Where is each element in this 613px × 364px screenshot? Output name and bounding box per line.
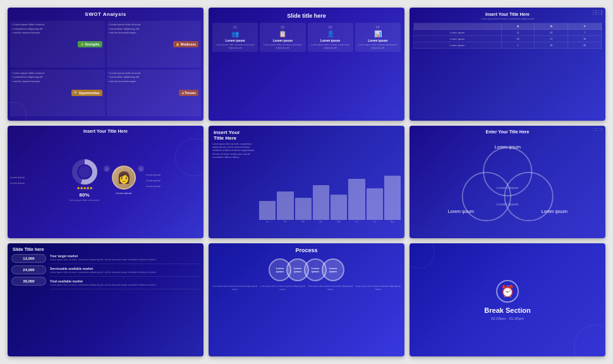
swot-grid: • Lorem ipsum dolor sit amet, • consecte… bbox=[8, 20, 203, 119]
pie-chart bbox=[72, 159, 97, 185]
person-image: 👩 bbox=[112, 166, 136, 190]
slide-grid: SWOT Analysis • Lorem ipsum dolor sit am… bbox=[0, 0, 613, 364]
swot-opportunities: • Lorem ipsum dolor sit amet, • consecte… bbox=[10, 70, 105, 116]
market-item-3: Total available market Lorem ipsum dolor… bbox=[50, 279, 200, 289]
proc-desc-1: Lorem ipsum dolor sit amet consectetur a… bbox=[212, 285, 258, 290]
bar-col: Feb bbox=[277, 191, 293, 223]
bar bbox=[384, 176, 401, 220]
proc-desc-2: Lorem ipsum dolor sit amet consectetur a… bbox=[260, 285, 306, 290]
svg-text:Lorem ipsum: Lorem ipsum bbox=[447, 210, 473, 215]
slide-1-title: SWOT Analysis bbox=[8, 8, 203, 20]
bar bbox=[331, 195, 347, 220]
slide-2-icons: Slide title here 01 👥 Lorem ipsum Lorem … bbox=[209, 8, 404, 121]
carousel-area: Lorem ipsum Lorem ipsum ★★★★★ 80% Lorem … bbox=[8, 135, 203, 226]
process-descriptions: Lorem ipsum dolor sit amet consectetur a… bbox=[209, 284, 404, 291]
table-header-0 bbox=[414, 23, 502, 30]
pct-label: Lorem ipsum dolor consectetur bbox=[69, 199, 99, 202]
bar bbox=[295, 198, 312, 220]
icon-card-3: 03 👤 Lorem ipsum Lorem ipsum dolor sit a… bbox=[308, 23, 353, 52]
bar-col: Jul bbox=[367, 188, 383, 223]
process-step-4: Loremipsum bbox=[322, 258, 344, 281]
table-row: Lorem ipsum 5 36 26 bbox=[414, 42, 602, 49]
slide-8-process: Process Loremipsum Loremipsum Loremipsum… bbox=[209, 243, 404, 356]
proc-desc-3: Lorem ipsum dolor sit amet consectetur a… bbox=[308, 285, 353, 290]
swot-strengths: • Lorem ipsum dolor sit amet, • consecte… bbox=[10, 21, 105, 68]
slide-8-title: Process bbox=[209, 243, 404, 256]
percentage: 80% bbox=[79, 192, 89, 198]
slide-1-swot: SWOT Analysis • Lorem ipsum dolor sit am… bbox=[8, 8, 203, 121]
slide-5-desc: Lorem ipsum dolor sit amet, consectetur … bbox=[212, 143, 257, 228]
market-item-1: Your target market Lorem ipsum dolor sit… bbox=[50, 254, 200, 264]
svg-point-2 bbox=[78, 166, 91, 178]
market-badge-3: 36,000 bbox=[11, 277, 46, 286]
bar bbox=[367, 188, 383, 220]
proc-desc-4: Lorem ipsum dolor sit amet consectetur a… bbox=[356, 285, 401, 290]
bar bbox=[313, 185, 329, 220]
icon-card-1: 01 👥 Lorem ipsum Lorem ipsum dolor sit a… bbox=[212, 23, 258, 52]
slide-4-title: Insert Your Title Here bbox=[8, 126, 203, 135]
person-icon: 👩 bbox=[117, 171, 131, 185]
slide-4-carousel: Insert Your Title Here Lorem ipsum Lorem… bbox=[8, 126, 203, 239]
svg-text:Lorem ipsum: Lorem ipsum bbox=[497, 203, 518, 207]
slide-5-title: Insert YourTitle Here bbox=[209, 126, 404, 143]
slide-9-break: ⏰ Break Section 02:00pm - 01:30pm bbox=[410, 243, 605, 356]
left-stats: Lorem ipsum Lorem ipsum bbox=[10, 176, 65, 185]
break-time: 02:00pm - 01:30pm bbox=[491, 317, 524, 320]
decorative-dots-venn bbox=[593, 128, 604, 131]
table-header-b: B bbox=[535, 23, 568, 30]
break-clock-icon: ⏰ bbox=[496, 280, 519, 303]
slide-5-barchart: Insert YourTitle Here Lorem ipsum dolor … bbox=[209, 126, 404, 239]
weakness-badge: ✋ Weakness bbox=[173, 41, 198, 47]
star-rating: ★★★★★ bbox=[76, 186, 92, 191]
slide-6-title: Enter Your Title Here bbox=[410, 126, 605, 136]
strengths-badge: ⚡ Strengths bbox=[78, 41, 102, 47]
decorative-dots bbox=[593, 10, 604, 15]
slide-7-market: Slide Title here 12,000 24,000 36,000 Yo… bbox=[8, 243, 203, 356]
break-title: Break Section bbox=[484, 306, 530, 314]
icon-card-4: 04 📊 Lorem ipsum Lorem ipsum dolor sit a… bbox=[355, 23, 401, 52]
table-row: Lorem ipsum 32 17 18 bbox=[414, 36, 602, 42]
bar bbox=[348, 179, 365, 220]
slide-3-table: Insert Your Title Here Lorem ipsum dolor… bbox=[410, 8, 605, 121]
bar-col: Jun bbox=[348, 179, 365, 223]
slide-3-subtitle: Lorem ipsum dolor sit amet, consectetur … bbox=[410, 18, 605, 23]
market-item-2: Serviceable available market Lorem ipsum… bbox=[50, 267, 200, 277]
table-row: Lorem ipsum 11 24 7 bbox=[414, 30, 602, 36]
swot-weakness: • Lorem ipsum dolor sit amet, • consecte… bbox=[107, 21, 202, 68]
slide-3-title: Insert Your Title Here bbox=[410, 8, 605, 18]
svg-text:Lorem ipsum: Lorem ipsum bbox=[541, 210, 567, 215]
table-header-c: C bbox=[568, 23, 602, 30]
slide-2-title: Slide title here bbox=[209, 8, 404, 23]
slide-5-inner: Lorem ipsum dolor sit amet, consectetur … bbox=[209, 143, 404, 231]
table-header-a: A bbox=[501, 23, 535, 30]
bar-col: Apr bbox=[313, 185, 329, 223]
bar-chart: Jan Feb Mar Apr May bbox=[259, 143, 401, 228]
slide-6-venn: Enter Your Title Here Lorem ipsum Lorem … bbox=[410, 126, 605, 239]
svg-text:Lorem ipsum: Lorem ipsum bbox=[497, 186, 518, 190]
data-table: A B C Lorem ipsum 11 24 7 Lorem ipsum 32… bbox=[413, 23, 602, 49]
venn-diagram: Lorem ipsum Lorem ipsum Lorem ipsum Lore… bbox=[415, 138, 601, 228]
svg-text:Lorem ipsum: Lorem ipsum bbox=[494, 145, 520, 150]
next-button[interactable]: › bbox=[138, 166, 144, 172]
nav-arrows: ‹ 👩 › bbox=[104, 166, 144, 190]
icon-row: 01 👥 Lorem ipsum Lorem ipsum dolor sit a… bbox=[209, 23, 404, 52]
swot-threats: • Lorem ipsum dolor sit amet, • consecte… bbox=[107, 70, 202, 116]
process-circles: Loremipsum Loremipsum Loremipsum Loremip… bbox=[209, 256, 404, 284]
market-badges: 12,000 24,000 36,000 bbox=[11, 254, 46, 347]
bar-col: Aug bbox=[384, 176, 401, 223]
bar-col: May bbox=[331, 195, 347, 223]
venn-area: Lorem ipsum Lorem ipsum Lorem ipsum Lore… bbox=[410, 136, 605, 231]
bar bbox=[259, 201, 276, 220]
threats-badge: ⚠ Threats bbox=[179, 90, 198, 96]
image-area: ‹ 👩 › Lorem ipsum bbox=[104, 166, 144, 195]
bar-col: Mar bbox=[295, 198, 312, 223]
market-badge-2: 24,000 bbox=[11, 265, 46, 274]
market-inner: 12,000 24,000 36,000 Your target market … bbox=[8, 254, 203, 349]
bar bbox=[277, 191, 293, 220]
prev-button[interactable]: ‹ bbox=[104, 166, 110, 172]
market-badge-1: 12,000 bbox=[11, 254, 46, 263]
market-items: Your target market Lorem ipsum dolor sit… bbox=[50, 254, 200, 347]
slide-7-title: Slide Title here bbox=[8, 243, 203, 254]
opportunities-badge: 🔍 Opportunities bbox=[71, 90, 102, 96]
bar-col: Jan bbox=[259, 201, 276, 223]
